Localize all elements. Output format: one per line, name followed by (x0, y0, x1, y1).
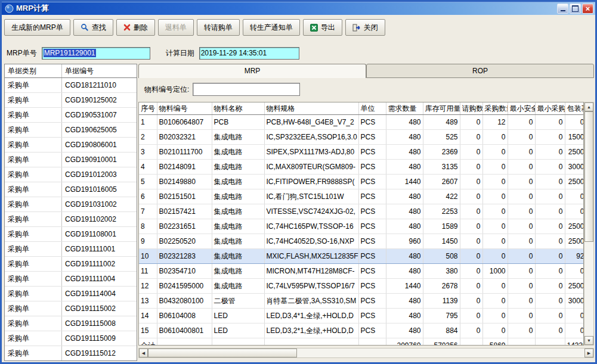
grid-header-cell[interactable]: 序号 (139, 102, 157, 115)
toolbar-button-export[interactable]: 导出 (303, 19, 342, 36)
mrp-no-input[interactable]: MRP191129001 (42, 47, 150, 60)
document-row[interactable]: 采购单CGD191115012 (5, 346, 137, 361)
grid-row[interactable]: 12B0241595000集成电路IC,74LV595PW,TSSOP16/7P… (139, 279, 584, 294)
document-row[interactable]: 采购单CGD191012003 (5, 167, 137, 182)
grid-row[interactable]: 6B02151501集成电路IC,看门狗,STC15L101WPCS480422… (139, 189, 584, 204)
document-row[interactable]: 采购单CGD190531007 (5, 108, 137, 123)
grid-row[interactable]: 2B02032321集成电路IC,SP3232EEA,SSOP16,3.0PCS… (139, 130, 584, 145)
grid-header-cell[interactable]: 物料规格 (264, 102, 358, 115)
document-row[interactable]: 采购单CGD191115002 (5, 301, 137, 316)
document-row[interactable]: 采购单CGD190910001 (5, 153, 137, 167)
document-row[interactable]: 采购单CGD191114004 (5, 287, 137, 301)
unit-cell: PCS (358, 264, 386, 279)
scroll-left-icon[interactable]: ◀ (139, 349, 148, 357)
grid-row[interactable]: 14B06104008LEDLED,D3,4*1,全绿,+HOLD,DPCS48… (139, 309, 584, 323)
document-row[interactable]: 采购单CGD191111002 (5, 257, 137, 272)
toolbar-button-delete[interactable]: 删除 (116, 19, 155, 36)
total-qty-cell: 570356 (423, 338, 460, 346)
seq-cell: 2 (139, 130, 157, 145)
qty-cell: 1139 (423, 294, 460, 309)
grid-header-cell[interactable]: 最小采购量 (535, 102, 565, 115)
doc-type-header[interactable]: 单据类别 (5, 64, 62, 77)
vertical-scroll-thumb[interactable] (584, 111, 593, 242)
minimize-button[interactable] (557, 4, 568, 14)
toolbar-button-to-purchase-request[interactable]: 转请购单 (197, 19, 240, 36)
document-row[interactable]: 采购单CGD191111001 (5, 242, 137, 257)
qty-cell: 2369 (423, 145, 460, 160)
grid-row[interactable]: 7B02157421集成电路VITESSE,VSC7424XJG-02,PCS4… (139, 204, 584, 219)
document-row[interactable]: 采购单CGD191031002 (5, 197, 137, 212)
material-locate-input[interactable] (193, 83, 300, 96)
document-row[interactable]: 采购单CGD190625005 (5, 123, 137, 138)
grid-row[interactable]: 4B02148091集成电路IC,MAX809TEUR(SGM809-PCS48… (139, 160, 584, 175)
grid-header-cell[interactable]: 物料名称 (212, 102, 264, 115)
doc-type-cell: 采购单 (5, 212, 62, 226)
grid-header-cell[interactable]: 请购数量 (460, 102, 482, 115)
document-row[interactable]: 采购单CGD191115008 (5, 316, 137, 331)
qty-cell: 0 (565, 264, 584, 279)
grid-header-cell[interactable]: 最小安全量 (508, 102, 535, 115)
document-row[interactable]: 采购单CGD191108001 (5, 227, 137, 242)
grid-row[interactable]: 11B02354710集成电路MICRON,MT47H128M8CF-PCS48… (139, 264, 584, 279)
qty-cell: 0 (535, 234, 565, 249)
doc-type-cell: 采购单 (5, 182, 62, 197)
toolbar-button-close[interactable]: 关闭 (345, 19, 385, 36)
qty-cell: 0 (460, 323, 482, 338)
toolbar-button-new-mrp[interactable]: 生成新的MRP单 (4, 19, 70, 36)
grid-row[interactable]: 3B0210111700集成电路SIPEX,SPX1117M3-ADJ,80PC… (139, 145, 584, 160)
grid-row[interactable]: 13B0432080100二极管肖特基二极管,3A,SS310,SMPCS480… (139, 294, 584, 309)
document-row[interactable]: 采购单CGD190125002 (5, 93, 137, 108)
qty-cell: 0 (460, 219, 482, 234)
tab-mrp[interactable]: MRP (138, 64, 366, 78)
qty-cell: 0 (535, 115, 565, 130)
document-row[interactable]: 采购单CGD191016005 (5, 182, 137, 197)
doc-no-header[interactable]: 单据编号 (62, 64, 137, 77)
maximize-button[interactable] (570, 4, 581, 14)
grid-header-cell[interactable]: 需求数量 (386, 102, 423, 115)
scroll-up-icon[interactable]: ▲ (584, 102, 593, 111)
horizontal-scrollbar[interactable]: ◀ ▶ (138, 348, 594, 358)
grid-row[interactable]: 8B02231651集成电路IC,74HC165PW,TSSOP-16PCS48… (139, 219, 584, 234)
grid-row[interactable]: 15B0610400801LEDLED,D3,2*1,全绿,+HOLD,DPCS… (139, 323, 584, 338)
material-name-cell: 集成电路 (212, 145, 264, 160)
tab-rop[interactable]: ROP (366, 64, 594, 78)
grid-row[interactable]: 9B02250520集成电路IC,74HC4052D,SO-16,NXPPCS9… (139, 234, 584, 249)
document-row[interactable]: 采购单CGD191111004 (5, 272, 137, 287)
qty-cell: 0 (482, 130, 508, 145)
locate-label: 物料编号定位: (144, 85, 189, 95)
delete-x-icon (123, 24, 131, 31)
doc-no-cell: CGD191111004 (62, 272, 137, 286)
qty-cell: 1440 (386, 279, 423, 294)
qty-cell: 0 (460, 309, 482, 323)
toolbar-button-find[interactable]: 查找 (73, 19, 113, 36)
scroll-right-icon[interactable]: ▶ (584, 349, 593, 357)
material-code-cell: B0432080100 (157, 294, 212, 309)
document-row[interactable]: 采购单CGD191115009 (5, 331, 137, 346)
grid-header-cell[interactable]: 采购数量 (482, 102, 508, 115)
window-controls: × (557, 4, 593, 14)
grid-row[interactable]: 5B02149880集成电路IC,FITIPOWER,FR9888SP(PCS1… (139, 175, 584, 189)
horizontal-scroll-thumb[interactable] (148, 349, 297, 357)
grid-row[interactable]: 1B0106064807PCBPCB,HW-648I_G4E8_V7_2PCS4… (139, 115, 584, 130)
grid-header-cell[interactable]: 库存可用量 (423, 102, 460, 115)
vertical-scrollbar[interactable]: ▲ ▼ (584, 102, 594, 346)
qty-cell: 0 (508, 160, 535, 175)
vertical-scroll-track[interactable] (584, 111, 593, 336)
close-button[interactable]: × (582, 4, 593, 14)
qty-cell: 0 (535, 175, 565, 189)
total-qty-cell: 14330 (565, 338, 584, 346)
grid-header-cell[interactable]: 物料编号 (157, 102, 212, 115)
toolbar-button-to-production-notice[interactable]: 转生产通知单 (243, 19, 300, 36)
document-row[interactable]: 采购单CGD190806001 (5, 138, 137, 153)
grid-header-cell[interactable]: 包装基数 (565, 102, 584, 115)
doc-no-cell: CGD191115012 (62, 346, 137, 360)
seq-cell: 1 (139, 115, 157, 130)
doc-no-cell: CGD191012003 (62, 167, 137, 182)
grid-header-cell[interactable]: 单位 (358, 102, 386, 115)
calc-date-input[interactable]: 2019-11-29 14:35:01 (199, 47, 299, 60)
grid-row[interactable]: 10B02321283集成电路MXIC,FLASH,MX25L12835FPCS… (139, 249, 584, 264)
horizontal-scroll-track[interactable] (148, 349, 584, 357)
document-row[interactable]: 采购单CGD191102002 (5, 212, 137, 227)
scroll-down-icon[interactable]: ▼ (584, 336, 593, 345)
document-row[interactable]: 采购单CGD181211010 (5, 78, 137, 93)
